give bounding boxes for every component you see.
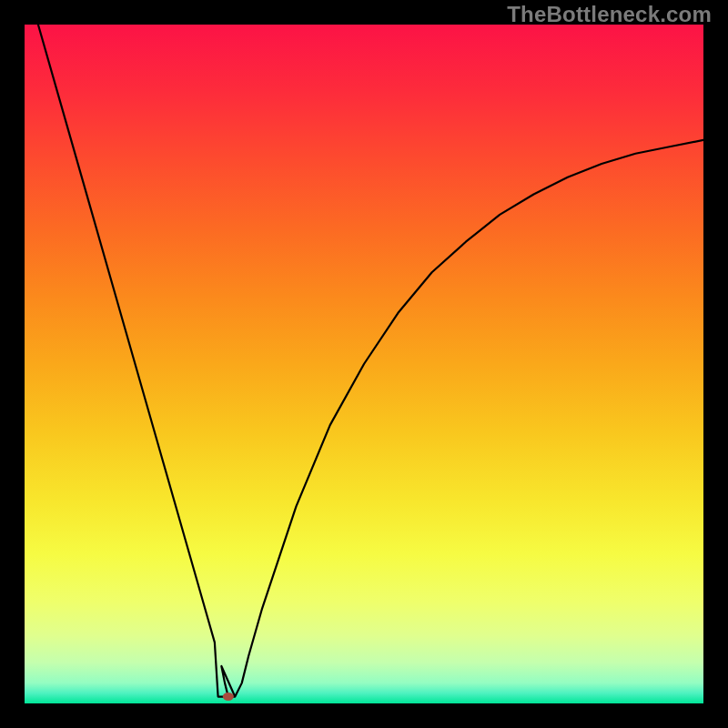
chart-frame: TheBottleneck.com (0, 0, 728, 728)
plot-svg (25, 25, 703, 703)
marker-dot (223, 693, 234, 701)
plot-area (25, 25, 703, 703)
watermark-text: TheBottleneck.com (507, 2, 712, 27)
